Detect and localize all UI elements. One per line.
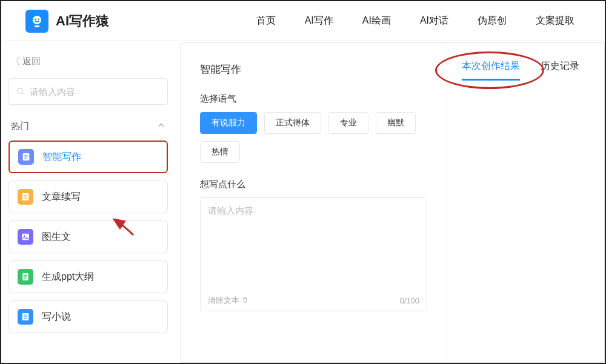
svg-rect-12 <box>24 275 27 276</box>
svg-point-5 <box>18 88 22 93</box>
content-textarea[interactable] <box>201 198 427 291</box>
nav-pseudo-original[interactable]: 伪原创 <box>478 15 507 27</box>
app-title: AI写作猿 <box>56 12 109 30</box>
form-area: 智能写作 选择语气 有说服力 正式得体 专业 幽默 热情 想写点什么 清除文本 … <box>181 43 447 362</box>
svg-rect-4 <box>35 25 39 27</box>
tone-chip-formal[interactable]: 正式得体 <box>264 112 321 134</box>
svg-point-2 <box>38 18 39 20</box>
sidebar-item-write-novel[interactable]: 写小说 <box>8 300 168 333</box>
header: AI写作猿 首页 AI写作 AI绘画 AI对话 伪原创 文案提取 <box>1 1 605 41</box>
tone-chips: 有说服力 正式得体 专业 幽默 热情 <box>200 112 427 163</box>
section-hot-toggle[interactable]: 热门 <box>8 121 168 132</box>
tab-history[interactable]: 历史记录 <box>541 60 579 81</box>
form-title: 智能写作 <box>200 62 427 76</box>
svg-line-6 <box>22 93 24 94</box>
main-panel: 智能写作 选择语气 有说服力 正式得体 专业 幽默 热情 想写点什么 清除文本 … <box>180 42 605 363</box>
outline-icon <box>18 269 33 285</box>
content-textarea-wrap: 清除文本 0/100 <box>200 197 427 311</box>
tone-label: 选择语气 <box>200 93 427 105</box>
nav-home[interactable]: 首页 <box>256 15 276 27</box>
nav-ai-write[interactable]: AI写作 <box>305 15 333 27</box>
result-area: 本次创作结果 历史记录 <box>447 43 604 362</box>
tone-chip-enthusiastic[interactable]: 热情 <box>200 141 240 163</box>
svg-point-1 <box>35 18 36 20</box>
svg-point-10 <box>24 235 25 237</box>
chevron-up-icon <box>157 121 165 131</box>
sidebar-item-label: 图生文 <box>42 231 71 243</box>
trash-icon <box>242 296 248 305</box>
tone-chip-persuasive[interactable]: 有说服力 <box>200 112 257 134</box>
tab-current-result[interactable]: 本次创作结果 <box>462 60 520 81</box>
sidebar-item-continue-write[interactable]: 文章续写 <box>8 180 168 213</box>
sidebar-item-smart-write[interactable]: 智能写作 <box>8 141 168 173</box>
tone-chip-professional[interactable]: 专业 <box>328 112 368 134</box>
app-logo-icon <box>25 10 48 33</box>
svg-rect-3 <box>35 21 39 22</box>
doc-blue-icon <box>18 309 33 325</box>
sidebar-item-label: 写小说 <box>42 311 71 323</box>
svg-rect-9 <box>22 234 29 240</box>
sidebar: 〈 返回 热门 智能写作 文章续写 图生文 生成ppt大纲 写小说 <box>1 41 180 363</box>
image-icon <box>18 229 33 245</box>
char-counter: 0/100 <box>399 296 419 305</box>
chevron-left-icon: 〈 <box>11 56 22 66</box>
search-icon <box>16 87 25 96</box>
sidebar-item-label: 智能写作 <box>42 151 81 164</box>
search-input[interactable] <box>30 87 160 97</box>
nav-copy-extract[interactable]: 文案提取 <box>536 15 574 27</box>
logo-wrap: AI写作猿 <box>25 10 109 33</box>
content-label: 想写点什么 <box>200 179 427 190</box>
svg-rect-13 <box>24 276 27 277</box>
svg-rect-14 <box>24 278 25 279</box>
sidebar-item-ppt-outline[interactable]: 生成ppt大纲 <box>8 260 168 293</box>
nav-ai-chat[interactable]: AI对话 <box>420 15 448 27</box>
sidebar-item-label: 生成ppt大纲 <box>42 271 94 283</box>
nav-ai-draw[interactable]: AI绘画 <box>362 15 391 27</box>
doc-lines-icon <box>18 189 33 205</box>
sidebar-item-label: 文章续写 <box>42 191 81 204</box>
search-box[interactable] <box>8 78 168 105</box>
svg-point-0 <box>33 16 41 24</box>
clear-text-button[interactable]: 清除文本 <box>208 295 248 306</box>
tone-chip-humor[interactable]: 幽默 <box>376 112 416 134</box>
back-button[interactable]: 〈 返回 <box>11 56 168 67</box>
doc-star-icon <box>18 149 34 165</box>
sidebar-item-image-to-text[interactable]: 图生文 <box>8 220 168 253</box>
result-tabs: 本次创作结果 历史记录 <box>462 60 590 81</box>
top-nav: 首页 AI写作 AI绘画 AI对话 伪原创 文案提取 <box>256 15 574 27</box>
